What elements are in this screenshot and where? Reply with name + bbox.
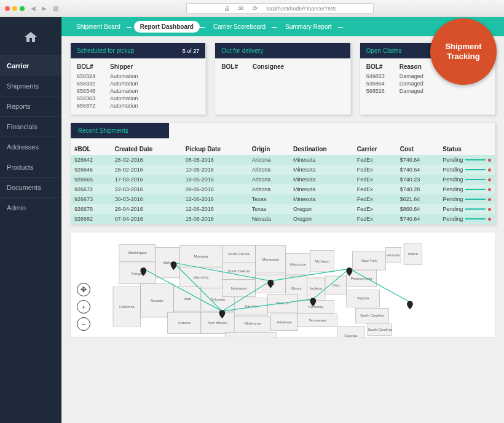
main-content: Shipment BoardReport DashboardCarrier Sc… xyxy=(61,17,504,423)
table-cell: Texas xyxy=(248,194,289,204)
svg-text:New Mexico: New Mexico xyxy=(208,321,228,325)
table-cell: 08-05-2016 xyxy=(182,155,248,165)
table-row[interactable]: 92666517-03-201618-05-2016ArizonaMinesot… xyxy=(71,175,495,184)
sidebar: CarrierShipmentsReportsFinancialsAddress… xyxy=(0,17,61,423)
home-icon[interactable] xyxy=(0,26,61,55)
delivery-title: Out for delivery xyxy=(221,47,263,54)
sidebar-item-shipments[interactable]: Shipments xyxy=(0,76,61,96)
table-cell: 926673 xyxy=(71,194,111,204)
claims-cell: Damaged xyxy=(400,87,423,95)
tab-report-dashboard[interactable]: Report Dashboard xyxy=(134,21,200,33)
status-dot-icon xyxy=(488,198,491,201)
table-row[interactable]: 92667826-04-201612-06-2016TexasOregonFed… xyxy=(71,204,495,214)
table-cell: FedEx xyxy=(353,175,396,184)
table-cell: 26-02-2016 xyxy=(111,165,182,175)
table-row[interactable]: 92667222-03-201609-06-2016ArizonaMinesot… xyxy=(71,184,495,194)
status-dot-icon xyxy=(488,168,491,172)
pickup-cell: 658332 xyxy=(77,80,95,87)
minimize-window-icon[interactable] xyxy=(12,6,17,11)
recent-shipments-panel: Recent Shipments #BOLCreated DatePickup … xyxy=(70,122,495,224)
svg-text:Vermont: Vermont xyxy=(387,253,400,257)
table-header: Created Date xyxy=(111,143,182,155)
claims-header: BOL# xyxy=(366,63,385,70)
claims-cell: 649853 xyxy=(366,73,385,80)
pickup-cell: 658363 xyxy=(77,95,95,102)
state-texas[interactable] xyxy=(225,333,277,337)
table-cell: Arizona xyxy=(248,165,289,175)
pickup-cell: Automation xyxy=(110,73,138,80)
table-cell: 07-04-2016 xyxy=(111,214,182,224)
claims-header: Reason xyxy=(400,63,423,70)
maximize-window-icon[interactable] xyxy=(20,6,25,11)
table-header: Status xyxy=(439,143,495,155)
table-cell: 09-06-2016 xyxy=(182,184,248,194)
forward-icon[interactable]: ▶ xyxy=(42,5,47,12)
pickup-title: Scheduled for pickup xyxy=(77,47,134,54)
view-icon[interactable]: ▦ xyxy=(53,5,58,12)
table-cell: 26-02-2016 xyxy=(111,155,182,165)
svg-text:Oklahoma: Oklahoma xyxy=(244,322,261,325)
svg-text:Wisconsin: Wisconsin xyxy=(289,263,306,266)
table-header: Origin xyxy=(248,143,289,155)
zoom-out-icon[interactable]: － xyxy=(77,317,90,331)
map-pan-icon[interactable]: ✥ xyxy=(77,283,90,296)
delivery-header: BOL# xyxy=(221,63,238,70)
shipment-map[interactable]: WashingtonOregonIdahoMontanaNorth Dakota… xyxy=(70,232,495,338)
svg-text:Tennessee: Tennessee xyxy=(309,318,326,322)
table-cell: 10-05-2016 xyxy=(182,165,248,175)
table-cell: 17-03-2016 xyxy=(111,175,182,184)
table-row[interactable]: 92668207-04-201615-06-2016NevadaOregonFe… xyxy=(71,214,495,224)
table-cell: Pending xyxy=(439,175,495,184)
address-bar[interactable]: 🖨 ✉ ⟳ localhost/node/Finance/TMS xyxy=(186,3,374,14)
tab-summary-report[interactable]: Summary Report xyxy=(279,21,338,33)
table-row[interactable]: 92667330-03-201612-06-2016TexasMinesotaF… xyxy=(71,194,495,204)
tab-carrier-scoreboard[interactable]: Carrier Scoreboard xyxy=(207,21,272,33)
close-window-icon[interactable] xyxy=(5,6,10,11)
back-icon[interactable]: ◀ xyxy=(31,5,36,12)
svg-text:Minnesota: Minnesota xyxy=(262,258,280,261)
sidebar-item-products[interactable]: Products xyxy=(0,157,61,177)
table-cell: 18-05-2016 xyxy=(182,175,248,184)
sidebar-item-admin[interactable]: Admin xyxy=(0,197,61,218)
table-cell: Pending xyxy=(439,194,495,204)
table-cell: FedEx xyxy=(353,184,396,194)
status-dot-icon xyxy=(488,159,491,162)
status-dot-icon xyxy=(488,188,491,191)
pickup-cell: 658372 xyxy=(77,102,95,109)
svg-text:Virginia: Virginia xyxy=(357,296,369,300)
pickup-card: Scheduled for pickup5 of 27BOL#658324658… xyxy=(70,42,206,115)
table-cell: 12-06-2016 xyxy=(182,194,248,204)
sidebar-item-reports[interactable]: Reports xyxy=(0,96,61,116)
sidebar-item-documents[interactable]: Documents xyxy=(0,177,61,197)
table-row[interactable]: 92664226-02-201608-05-2016ArizonaMinesot… xyxy=(71,155,495,165)
table-cell: FedEx xyxy=(353,194,396,204)
status-dot-icon xyxy=(488,178,491,181)
table-cell: 26-04-2016 xyxy=(111,204,182,214)
sidebar-item-financials[interactable]: Financials xyxy=(0,116,61,136)
tab-shipment-board[interactable]: Shipment Board xyxy=(70,21,127,33)
sidebar-item-carrier[interactable]: Carrier xyxy=(0,55,61,76)
svg-text:Utah: Utah xyxy=(183,297,191,301)
table-cell: $740.28 xyxy=(396,184,439,194)
zoom-in-icon[interactable]: ＋ xyxy=(77,300,90,314)
claims-cell: 535864 xyxy=(366,80,385,87)
pickup-cell: 658348 xyxy=(77,87,95,95)
table-row[interactable]: 92664626-02-201610-05-2016ArizonaMinesot… xyxy=(71,165,495,175)
claims-cell: 568526 xyxy=(366,87,385,95)
table-cell: 22-03-2016 xyxy=(111,184,182,194)
svg-text:North Dakota: North Dakota xyxy=(228,252,250,256)
table-cell: $740.64 xyxy=(396,155,439,165)
table-cell: Minesota xyxy=(289,194,353,204)
table-cell: $740.64 xyxy=(396,165,439,175)
toolbar-icons: 🖨 ✉ ⟳ xyxy=(224,5,262,12)
table-cell: $740.23 xyxy=(396,175,439,184)
claims-cell: Damaged xyxy=(400,73,423,80)
table-cell: FedEx xyxy=(353,214,396,224)
svg-text:Montana: Montana xyxy=(194,255,208,258)
map-pin-icon[interactable] xyxy=(407,301,413,309)
svg-text:North Carolina: North Carolina xyxy=(360,314,384,317)
sidebar-item-addresses[interactable]: Addresses xyxy=(0,136,61,157)
table-cell: Pending xyxy=(439,184,495,194)
svg-text:South Dakota: South Dakota xyxy=(228,269,251,273)
browser-chrome: ◀ ▶ ▦ 🖨 ✉ ⟳ localhost/node/Finance/TMS xyxy=(0,0,504,17)
